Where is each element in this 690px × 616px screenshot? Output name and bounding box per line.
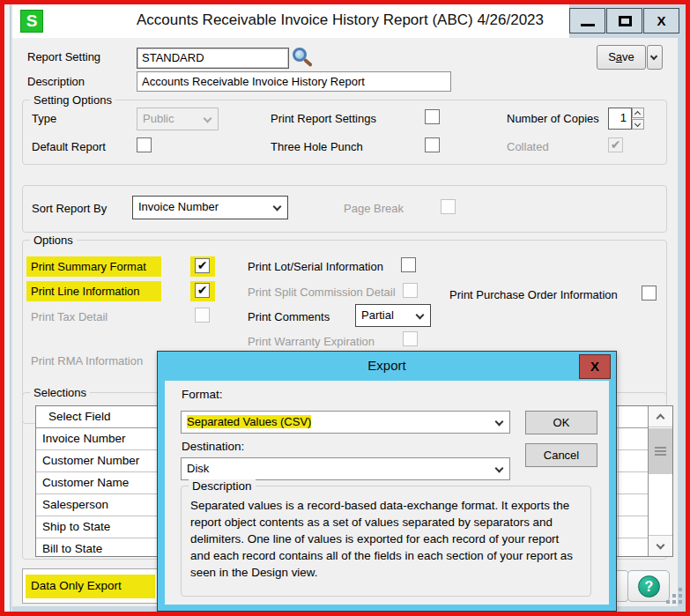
export-description-text: Separated values is a record-based data-… xyxy=(190,497,582,581)
highlight-format-value: Separated Values (CSV) xyxy=(187,415,311,428)
scroll-down-button[interactable] xyxy=(649,535,672,556)
cancel-button[interactable]: Cancel xyxy=(525,443,597,467)
chevron-up-icon xyxy=(634,111,641,117)
chevron-down-icon xyxy=(657,541,665,550)
data-only-export-label: Data Only Export xyxy=(31,579,122,592)
chevron-down-icon xyxy=(416,311,425,320)
close-button[interactable]: X xyxy=(643,8,679,33)
report-window: S Accounts Receivable Invoice History Re… xyxy=(12,4,686,612)
window-body: Report Setting STANDARD Save Description… xyxy=(12,38,678,606)
save-dropdown-button[interactable] xyxy=(647,45,663,70)
maximize-button[interactable] xyxy=(606,8,642,33)
print-rma-information-label: Print RMA Information xyxy=(31,354,143,367)
print-tax-detail-checkbox xyxy=(195,308,210,323)
maximize-icon xyxy=(619,16,632,26)
background-window-edge xyxy=(4,4,12,612)
default-report-label: Default Report xyxy=(32,140,106,153)
minimize-icon xyxy=(581,24,595,26)
screenshot-frame: S Accounts Receivable Invoice History Re… xyxy=(0,0,690,616)
format-label: Format: xyxy=(182,388,223,401)
print-lot-serial-checkbox[interactable] xyxy=(401,257,416,272)
export-dialog-body: Format: Separated Values (CSV) OK Destin… xyxy=(165,381,609,605)
print-split-commission-label: Print Split Commission Detail xyxy=(248,286,396,299)
chevron-down-icon xyxy=(634,121,641,127)
print-report-settings-checkbox[interactable] xyxy=(425,109,440,124)
default-report-checkbox[interactable] xyxy=(137,137,152,152)
options-legend: Options xyxy=(30,234,77,247)
format-select[interactable]: Separated Values (CSV) xyxy=(181,411,510,434)
title-bar: S Accounts Receivable Invoice History Re… xyxy=(12,4,686,38)
scroll-up-button[interactable] xyxy=(649,406,672,427)
lookup-magnifier-icon[interactable] xyxy=(293,48,307,62)
export-description-group: Description Separated values is a record… xyxy=(181,486,591,597)
chevron-up-icon xyxy=(657,414,665,423)
description-label: Description xyxy=(27,75,85,88)
window-title: Accounts Receivable Invoice History Repo… xyxy=(118,11,562,29)
grid-column-separator xyxy=(618,406,619,556)
report-setting-label: Report Setting xyxy=(27,50,100,63)
print-split-commission-checkbox xyxy=(403,283,418,298)
sort-report-by-label: Sort Report By xyxy=(32,202,107,215)
export-dialog-title: Export xyxy=(158,358,616,373)
page-break-label: Page Break xyxy=(344,202,404,215)
collated-label: Collated xyxy=(507,140,549,153)
chevron-down-icon xyxy=(650,53,657,60)
destination-select[interactable]: Disk xyxy=(181,457,510,480)
chevron-down-icon xyxy=(273,203,282,212)
print-lot-serial-label: Print Lot/Serial Information xyxy=(248,260,383,273)
type-select: Public xyxy=(137,108,219,130)
report-setting-input[interactable]: STANDARD xyxy=(137,48,289,69)
export-description-legend: Description xyxy=(189,479,256,493)
spinner-up-button[interactable] xyxy=(632,108,644,118)
print-purchase-order-label: Print Purchase Order Information xyxy=(449,288,618,301)
collated-checkbox: ✔ xyxy=(608,137,623,152)
print-purchase-order-checkbox[interactable] xyxy=(642,286,657,301)
spinner-down-button[interactable] xyxy=(632,119,644,130)
minimize-button[interactable] xyxy=(569,8,605,33)
number-of-copies-label: Number of Copies xyxy=(507,112,599,125)
chevron-down-icon xyxy=(495,464,504,473)
scrollbar-grip-icon xyxy=(655,447,666,449)
export-dialog: Export X Format: Separated Values (CSV) … xyxy=(157,351,617,612)
setting-options-group: Setting Options xyxy=(22,100,667,165)
print-tax-detail-label: Print Tax Detail xyxy=(31,310,108,323)
print-comments-select[interactable]: Partial xyxy=(355,304,431,327)
selections-legend: Selections xyxy=(30,386,90,399)
print-line-information-label: Print Line Information xyxy=(31,285,140,298)
print-comments-label: Print Comments xyxy=(248,310,330,323)
scrollbar-thumb[interactable] xyxy=(649,428,672,474)
print-summary-format-checkbox[interactable]: ✔ xyxy=(195,258,210,273)
three-hole-punch-label: Three Hole Punch xyxy=(271,140,363,153)
print-line-information-checkbox[interactable]: ✔ xyxy=(195,283,210,298)
window-controls: X xyxy=(569,4,686,38)
resize-grip[interactable] xyxy=(679,588,682,591)
number-of-copies-stepper[interactable] xyxy=(632,108,644,130)
number-of-copies-input[interactable]: 1 xyxy=(608,108,632,130)
print-warranty-expiration-label: Print Warranty Expiration xyxy=(248,335,375,348)
setting-options-legend: Setting Options xyxy=(30,93,115,107)
sort-report-by-select[interactable]: Invoice Number xyxy=(132,196,288,219)
save-button[interactable]: Save xyxy=(597,45,646,70)
help-button[interactable]: ? xyxy=(627,570,670,602)
chevron-down-icon xyxy=(495,418,504,427)
print-report-settings-label: Print Report Settings xyxy=(271,112,376,125)
sage-app-icon: S xyxy=(20,10,43,33)
three-hole-punch-checkbox[interactable] xyxy=(425,137,440,152)
page-break-checkbox xyxy=(441,199,456,214)
ok-button[interactable]: OK xyxy=(525,411,597,434)
chevron-down-icon xyxy=(204,115,212,123)
type-label: Type xyxy=(32,112,56,125)
print-warranty-expiration-checkbox xyxy=(403,331,418,346)
print-summary-format-label: Print Summary Format xyxy=(31,260,146,273)
vertical-scrollbar[interactable] xyxy=(648,406,672,556)
destination-label: Destination: xyxy=(182,440,244,453)
export-close-button[interactable]: X xyxy=(579,354,611,379)
help-icon: ? xyxy=(638,575,660,597)
description-input[interactable]: Accounts Receivable Invoice History Repo… xyxy=(137,71,451,92)
